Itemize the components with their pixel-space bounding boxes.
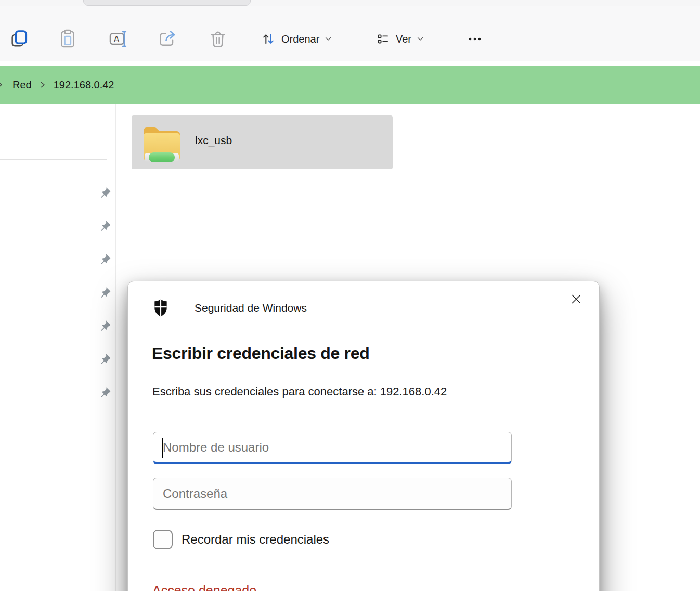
toolbar-divider [243, 27, 243, 52]
pin-icon [99, 287, 111, 299]
folder-name-label: lxc_usb [195, 134, 232, 147]
folder-item-lxc-usb[interactable]: lxc_usb [132, 115, 393, 169]
delete-button[interactable] [205, 25, 231, 53]
copy-icon [9, 29, 30, 49]
rename-button[interactable]: A [105, 25, 131, 53]
address-bar[interactable]: Red 192.168.0.42 [0, 66, 700, 104]
pin-icon [99, 187, 111, 199]
sort-button[interactable]: Ordenar [256, 25, 336, 53]
toolbar-divider [450, 27, 450, 52]
copy-button[interactable] [6, 25, 32, 53]
view-button-label: Ver [396, 33, 411, 45]
toolbar: A [0, 6, 700, 61]
chevron-down-icon [417, 37, 423, 41]
paste-icon [57, 29, 78, 49]
pin-icon [99, 387, 111, 399]
share-icon [157, 29, 178, 49]
view-button[interactable]: Ver [370, 25, 429, 53]
chevron-right-icon [0, 66, 4, 104]
windows-shield-icon [153, 299, 168, 317]
more-options-button[interactable] [462, 25, 488, 53]
folder-icon [140, 122, 183, 165]
access-denied-error: Acceso denegado. [152, 583, 260, 591]
sort-button-label: Ordenar [281, 33, 319, 45]
sidebar-separator [115, 104, 116, 591]
remember-credentials-row: Recordar mis credenciales [153, 530, 329, 549]
more-ellipsis-icon [466, 30, 484, 48]
chevron-right-icon [39, 81, 46, 88]
windows-security-dialog: Seguridad de Windows Escribir credencial… [127, 281, 600, 591]
close-button[interactable] [565, 288, 588, 311]
svg-text:A: A [114, 35, 120, 44]
file-list-area: lxc_usb Seguridad de Windows Escribir cr… [0, 104, 700, 591]
remember-credentials-label: Recordar mis credenciales [182, 532, 329, 547]
close-icon [570, 293, 582, 305]
sort-arrows-icon [261, 32, 276, 46]
pin-icon [99, 253, 111, 266]
username-field-wrap [153, 432, 512, 464]
pin-icon [99, 220, 111, 233]
breadcrumb-host[interactable]: 192.168.0.42 [51, 76, 116, 94]
username-input[interactable] [153, 432, 512, 464]
password-field-wrap [153, 478, 512, 510]
remember-credentials-checkbox[interactable] [153, 530, 173, 549]
sidebar-section-divider [0, 159, 107, 160]
breadcrumb-network[interactable]: Red [10, 76, 34, 94]
dialog-app-title: Seguridad de Windows [195, 302, 307, 314]
paste-button[interactable] [55, 25, 81, 53]
file-explorer-window: A [0, 0, 700, 591]
chevron-down-icon [325, 37, 331, 41]
explorer-tab[interactable] [83, 0, 251, 6]
view-list-icon [375, 32, 390, 46]
password-input[interactable] [153, 478, 512, 510]
dialog-title: Escribir credenciales de red [152, 344, 558, 363]
dialog-subtitle: Escriba sus credenciales para conectarse… [152, 385, 558, 399]
text-caret [162, 438, 163, 458]
pin-icon [99, 320, 111, 332]
pin-icon [99, 353, 111, 366]
share-button[interactable] [154, 25, 180, 53]
delete-icon [208, 29, 228, 49]
rename-icon: A [108, 29, 128, 49]
tab-bar [0, 0, 700, 6]
